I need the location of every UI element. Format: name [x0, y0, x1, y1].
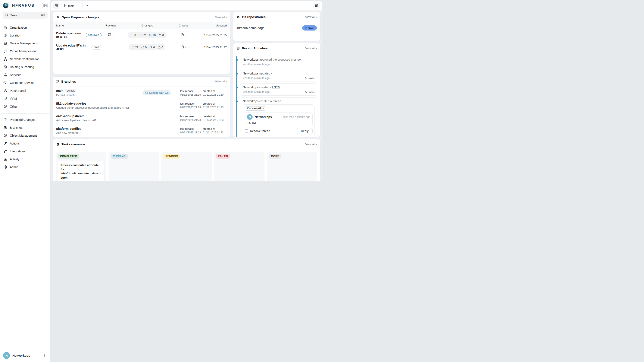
sidebar-item-routing-peering[interactable]: Routing & Peering	[2, 63, 48, 71]
proposed-changes-icon	[56, 15, 60, 19]
branches-view-all-link[interactable]: View all ›	[215, 80, 227, 83]
sidebar-collapse-button[interactable]	[42, 3, 48, 8]
git-repositories-view-all-link[interactable]: View all ›	[305, 15, 317, 18]
sidebar-item-integrations[interactable]: Integrations	[2, 147, 48, 155]
sidebar-item-patch-panel[interactable]: Patch Panel	[2, 87, 48, 95]
sidebar-item-object-management[interactable]: Object Management	[2, 132, 48, 139]
cube-icon	[4, 134, 7, 137]
sidebar-item-label: Network Configuration	[10, 57, 40, 61]
logo-row: INFRAHUB	[0, 0, 50, 10]
branch-row[interactable]: ord1-add-upstream Add a new Upstream lin…	[53, 112, 230, 124]
tasks-view-all-link[interactable]: View all ›	[305, 143, 317, 146]
repository-row[interactable]: infrahub-demo-edge In Sync	[233, 22, 320, 30]
branch-description: Change the IP addresses between edge1 an…	[56, 106, 142, 109]
sidebar-item-label: Organization	[10, 26, 27, 29]
sidebar-item-organization[interactable]: Organization	[2, 23, 48, 31]
activity-item: Networkops approved the proposed change …	[240, 56, 317, 68]
activity-object-link[interactable]: LGTM	[272, 86, 280, 89]
proposed-change-name[interactable]: Delete upstream in ATL1	[56, 31, 83, 39]
sidebar-item-location[interactable]: Location	[2, 31, 48, 39]
created-at-label: created at	[203, 127, 227, 130]
proposed-changes-view-all-link[interactable]: View all ›	[215, 15, 227, 19]
time-travel-button[interactable]	[53, 3, 60, 9]
sidebar-item-ipam[interactable]: IP IPAM	[2, 95, 48, 102]
status-badge-running: RUNNING	[111, 154, 128, 159]
timeline-dot	[236, 100, 238, 102]
branch-selector[interactable]: main	[61, 2, 91, 9]
sidebar-item-activity[interactable]: Activity	[2, 155, 48, 163]
reply-button[interactable]: Reply	[297, 128, 312, 134]
last-rebase-label: last rebase	[180, 89, 203, 93]
sidebar-item-customer-service[interactable]: Customer Service	[2, 79, 48, 87]
branch-name[interactable]: jfk1-update-edge-ips	[56, 102, 86, 105]
comment-message: LGTM	[247, 121, 310, 124]
recent-activities-card: Recent Activities View all › Networkops …	[233, 43, 320, 137]
branch-row[interactable]: jfk1-update-edge-ips Change the IP addre…	[53, 99, 230, 112]
search-shortcut: ⌘K	[40, 14, 45, 17]
branch-name[interactable]: ord1-add-upstream	[56, 114, 84, 118]
resolve-thread-checkbox[interactable]	[245, 129, 248, 133]
infrahub-logo-icon	[3, 2, 8, 8]
cube-icon	[4, 105, 7, 108]
git-branch-icon	[305, 91, 308, 93]
rocket-icon	[4, 142, 7, 145]
refresh-icon	[149, 33, 152, 36]
chevron-down-icon[interactable]	[83, 4, 91, 7]
task-column-failed: FAILED	[214, 152, 264, 181]
created-at-value: 01/12/2025 21:23	[203, 131, 227, 134]
activity-time: less than a minute ago	[243, 77, 270, 80]
refresh-icon	[145, 91, 148, 94]
sidebar-item-network-configuration[interactable]: Network Configuration	[2, 55, 48, 63]
last-rebase-value: 01/12/2025 21:23	[180, 118, 203, 121]
sidebar-item-branches[interactable]: Branches	[2, 124, 48, 132]
conversation-badge: Conversation	[245, 106, 266, 111]
comment-time: less than a minute ago	[283, 116, 310, 118]
sidebar-item-circuit-management[interactable]: Circuit Management	[2, 47, 48, 55]
sidebar-item-services[interactable]: Services	[2, 71, 48, 79]
sidebar-item-admin[interactable]: Admin	[2, 163, 48, 171]
updated-timestamp: 1 Dec 2025 21:27	[193, 46, 227, 49]
schema-icon	[315, 4, 318, 8]
sidebar-item-device-management[interactable]: Device Management	[2, 39, 48, 47]
thread-comment: N Networkops less than a minute ago LGTM	[245, 112, 312, 126]
timeline-dot	[236, 73, 238, 75]
search-input[interactable]: Search ⌘K	[2, 12, 48, 18]
last-rebase-value: 01/12/2025 21:23	[180, 131, 203, 134]
card-title: Git repositories	[242, 15, 266, 19]
proposed-change-name[interactable]: Update edge IP's in JFK1	[56, 43, 89, 51]
proposed-change-row[interactable]: Update edge IP's in JFK1 draft 27 0 6 0	[53, 41, 230, 53]
sidebar-item-actions[interactable]: Actions	[2, 139, 48, 147]
task-card[interactable]: Process computed attribute for InfraCirc…	[58, 161, 104, 181]
card-title: Recent Activities	[242, 46, 268, 50]
repository-name[interactable]: infrahub-demo-edge	[236, 26, 264, 30]
proposed-change-row[interactable]: Delete upstream in ATL1 approved 1 0 82 …	[53, 29, 230, 41]
shield-check-icon	[56, 143, 60, 146]
bar-chart-icon	[4, 157, 7, 161]
building-icon	[4, 26, 7, 29]
sidebar-item-label: Proposed Changes	[10, 118, 36, 121]
sidebar-item-proposed-changes[interactable]: Proposed Changes	[2, 116, 48, 124]
search-icon	[5, 14, 8, 17]
sidebar-item-label: Services	[10, 73, 21, 77]
card-title: Open Proposed changes	[62, 15, 99, 19]
sidebar-item-label: Branches	[10, 126, 22, 129]
sidebar-item-label: Integrations	[10, 150, 26, 153]
dashboard-content: Open Proposed changes View all › Name Re…	[51, 10, 322, 181]
branch-name[interactable]: platform-conflict	[56, 127, 80, 130]
sidebar-item-label: Circuit Management	[10, 49, 36, 53]
branch-name[interactable]: main	[56, 89, 64, 92]
last-rebase-label: last rebase	[180, 102, 203, 105]
created-at-value: 01/12/2025 21:19	[203, 93, 227, 96]
branch-row[interactable]: main default Default Branch Synced with …	[53, 86, 230, 99]
sidebar-item-other[interactable]: Other	[2, 102, 48, 110]
branch-row[interactable]: platform-conflict Add new platform last …	[53, 124, 230, 137]
ip-monitor-icon: IP	[4, 97, 7, 100]
created-at-label: created at	[203, 115, 227, 118]
sidebar-item-label: Customer Service	[10, 81, 34, 85]
sidebar-item-label: Other	[10, 105, 17, 108]
search-placeholder: Search	[10, 14, 39, 17]
schema-visualizer-button[interactable]	[314, 2, 320, 9]
minus-circle-icon	[141, 46, 144, 49]
recent-activities-view-all-link[interactable]: View all ›	[305, 46, 317, 50]
branches-card: Branches View all › main default Default…	[53, 77, 230, 137]
